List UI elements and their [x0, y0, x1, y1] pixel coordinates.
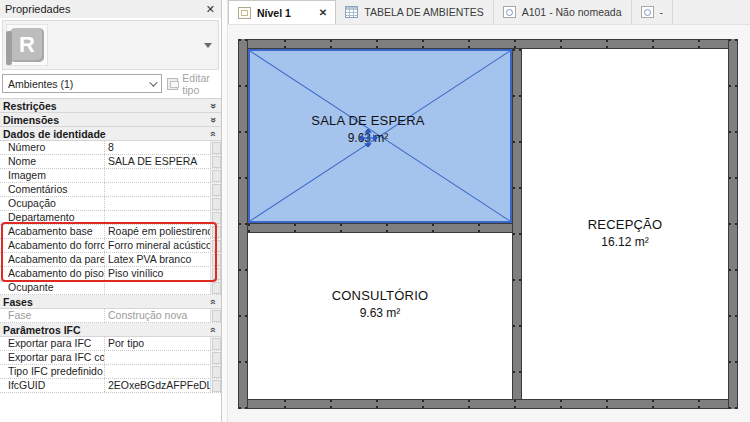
property-label: Número — [0, 141, 104, 154]
property-value[interactable] — [104, 211, 210, 224]
property-value[interactable] — [104, 169, 210, 182]
property-row: Número8 — [0, 141, 221, 155]
property-row: Departamento — [0, 211, 221, 225]
property-row-button[interactable] — [210, 155, 221, 168]
edit-type-button[interactable]: Editar tipo — [167, 72, 219, 96]
view-tab-label: Nível 1 — [257, 7, 291, 19]
property-value[interactable]: Por tipo — [104, 337, 210, 350]
section-header-3[interactable]: Fases» — [0, 295, 221, 309]
wall-exterior-bottom[interactable] — [238, 399, 738, 409]
property-value[interactable]: Piso vinílico — [104, 267, 210, 280]
property-row: FaseConstrução nova — [0, 309, 221, 323]
property-row-button[interactable] — [210, 197, 221, 210]
chevrons-up-icon: » — [208, 327, 218, 333]
property-row-button[interactable] — [210, 267, 221, 280]
property-row-button[interactable] — [210, 281, 221, 294]
chevrons-down-icon: » — [208, 117, 218, 123]
property-row: Ocupação — [0, 197, 221, 211]
element-filter-select[interactable]: Ambientes (1) — [2, 74, 162, 93]
chevrons-up-icon: » — [208, 299, 218, 305]
plan-canvas[interactable]: SALA DE ESPERA 9.63 m² RECEPÇÃO 16.12 m² — [228, 24, 750, 422]
property-row-button[interactable] — [210, 239, 221, 252]
property-row-button[interactable] — [210, 183, 221, 196]
section-header-4[interactable]: Parâmetros IFC» — [0, 323, 221, 337]
room-area: 16.12 m² — [522, 235, 728, 249]
view-tab-0[interactable]: Nível 1✕ — [228, 0, 336, 24]
property-value[interactable] — [104, 351, 210, 364]
property-row-button[interactable] — [210, 365, 221, 378]
chevron-down-icon[interactable] — [204, 43, 212, 48]
property-row: Exportar para IFCPor tipo — [0, 337, 221, 351]
property-row: Imagem — [0, 169, 221, 183]
sheet-icon — [503, 6, 516, 18]
move-cross-icon[interactable] — [359, 129, 377, 147]
property-row-button[interactable] — [210, 169, 221, 182]
close-icon[interactable]: ✕ — [206, 4, 215, 15]
property-row: Tipo IFC predefinido — [0, 365, 221, 379]
properties-panel: Propriedades ✕ R Ambientes (1) Editar ti… — [0, 0, 222, 422]
property-value[interactable]: 2EOxeBGdzAFPFeDLZEev... — [104, 379, 210, 392]
property-value: Construção nova — [104, 309, 210, 322]
chevrons-up-icon: » — [208, 131, 218, 137]
chevrons-down-icon: » — [208, 103, 218, 109]
property-row-button[interactable] — [210, 225, 221, 238]
wall-interior-horizontal[interactable] — [248, 223, 512, 233]
property-label: Tipo IFC predefinido — [0, 365, 104, 378]
property-label: Comentários — [0, 183, 104, 196]
section-header-1[interactable]: Dimensões» — [0, 113, 221, 127]
edit-type-icon — [167, 78, 178, 90]
property-row: Acabamento baseRoapé em poliestireno — [0, 225, 221, 239]
property-value[interactable] — [104, 365, 210, 378]
property-row-button[interactable] — [210, 253, 221, 266]
section-header-0[interactable]: Restrições» — [0, 99, 221, 113]
room-tag-consultorio[interactable]: CONSULTÓRIO 9.63 m² — [248, 288, 512, 320]
property-label: Nome — [0, 155, 104, 168]
room-sala-de-espera[interactable]: SALA DE ESPERA 9.63 m² — [248, 49, 512, 223]
property-value[interactable]: Forro mineral acústico — [104, 239, 210, 252]
close-icon[interactable]: ✕ — [319, 7, 327, 18]
room-name: SALA DE ESPERA — [238, 113, 498, 128]
section-header-2[interactable]: Dados de identidade» — [0, 127, 221, 141]
view-tab-1[interactable]: TABELA DE AMBIENTES — [336, 0, 493, 24]
property-value[interactable] — [104, 197, 210, 210]
property-label: Acabamento do forro — [0, 239, 104, 252]
room-name: CONSULTÓRIO — [248, 288, 512, 303]
property-row-button[interactable] — [210, 337, 221, 350]
property-value[interactable] — [104, 281, 210, 294]
property-row-button[interactable] — [210, 379, 221, 392]
plan-icon — [238, 7, 251, 19]
property-row-button[interactable] — [210, 351, 221, 364]
revit-window: Propriedades ✕ R Ambientes (1) Editar ti… — [0, 0, 750, 422]
property-row-button[interactable] — [210, 211, 221, 224]
property-row-button[interactable] — [210, 141, 221, 154]
view-tab-2[interactable]: A101 - Não nomeada — [494, 0, 632, 24]
property-value[interactable]: Latex PVA branco — [104, 253, 210, 266]
wall-exterior-left[interactable] — [238, 39, 248, 409]
wall-exterior-right[interactable] — [728, 39, 738, 409]
property-value[interactable]: 8 — [104, 141, 210, 154]
room-consultorio[interactable]: CONSULTÓRIO 9.63 m² — [248, 233, 512, 399]
property-label: Fase — [0, 309, 104, 322]
room-tag-recepcao[interactable]: RECEPÇÃO 16.12 m² — [522, 217, 728, 249]
property-label: Acabamento do piso — [0, 267, 104, 280]
property-value[interactable]: Roapé em poliestireno — [104, 225, 210, 238]
revit-family-icon: R — [6, 24, 48, 66]
element-filter-value: Ambientes (1) — [8, 78, 73, 90]
room-recepcao[interactable]: RECEPÇÃO 16.12 m² — [522, 49, 728, 399]
type-selector[interactable]: R — [2, 20, 219, 70]
wall-interior-vertical[interactable] — [512, 49, 522, 399]
property-row: Acabamento do forroForro mineral acústic… — [0, 239, 221, 253]
wall-exterior-top[interactable] — [238, 39, 738, 49]
schedule-icon — [345, 6, 358, 18]
room-area: 9.63 m² — [248, 306, 512, 320]
property-row: IfcGUID2EOxeBGdzAFPFeDLZEev... — [0, 379, 221, 393]
property-value[interactable] — [104, 183, 210, 196]
property-label: Acabamento da parede — [0, 253, 104, 266]
property-row-button[interactable] — [210, 309, 221, 322]
property-row: NomeSALA DE ESPERA — [0, 155, 221, 169]
view-tab-3[interactable]: - — [632, 0, 674, 24]
view-tabs: Nível 1✕TABELA DE AMBIENTESA101 - Não no… — [228, 0, 750, 24]
view-tab-label: TABELA DE AMBIENTES — [364, 6, 483, 18]
edit-type-label: Editar tipo — [182, 72, 219, 96]
property-value[interactable]: SALA DE ESPERA — [104, 155, 210, 168]
